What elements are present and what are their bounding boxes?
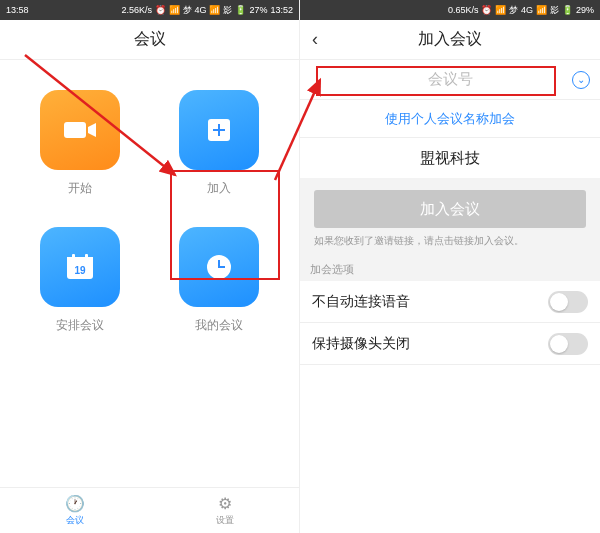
audio-toggle[interactable] — [548, 291, 588, 313]
status-bar: 13:58 2.56K/s ⏰ 📶 梦 4G 📶 影 🔋 27% 13:52 — [0, 0, 299, 20]
svg-rect-0 — [64, 122, 86, 138]
svg-rect-7 — [85, 254, 88, 260]
status-speed: 2.56K/s — [121, 5, 152, 15]
page-title: 加入会议 — [418, 29, 482, 50]
tab-label: 设置 — [216, 514, 234, 527]
my-meetings-tile[interactable]: 我的会议 — [160, 227, 280, 334]
alarm-icon: ⏰ — [155, 5, 166, 15]
display-name: 盟视科技 — [420, 149, 480, 168]
svg-rect-5 — [67, 257, 93, 263]
tile-label: 安排会议 — [56, 317, 104, 334]
signal-icon-2: 📶 — [536, 5, 547, 15]
options-label: 加会选项 — [300, 256, 600, 281]
svg-rect-3 — [213, 129, 225, 131]
status-time: 13:58 — [6, 5, 29, 15]
tile-label: 开始 — [68, 180, 92, 197]
schedule-meeting-tile[interactable]: 19 安排会议 — [20, 227, 140, 334]
gear-icon: ⚙ — [218, 494, 232, 513]
tab-label: 会议 — [66, 514, 84, 527]
clock-icon: 🕐 — [65, 494, 85, 513]
signal-icon: 📶 — [495, 5, 506, 15]
video-toggle[interactable] — [548, 333, 588, 355]
phone-join-meeting: 0.65K/s ⏰ 📶 梦 4G 📶 影 🔋 29% ‹ 加入会议 会议号 ⌄ … — [300, 0, 600, 533]
phone-meetings-home: 13:58 2.56K/s ⏰ 📶 梦 4G 📶 影 🔋 27% 13:52 会… — [0, 0, 300, 533]
video-camera-icon — [40, 90, 120, 170]
plus-icon — [179, 90, 259, 170]
signal-icon-2: 📶 — [209, 5, 220, 15]
page-title: 会议 — [134, 29, 166, 50]
tab-settings[interactable]: ⚙ 设置 — [216, 494, 234, 527]
status-time-2: 13:52 — [270, 5, 293, 15]
join-meeting-tile[interactable]: 加入 — [160, 90, 280, 197]
svg-text:19: 19 — [74, 265, 86, 276]
calendar-icon: 19 — [40, 227, 120, 307]
join-section: 加入会议 如果您收到了邀请链接，请点击链接加入会议。 — [300, 178, 600, 256]
status-speed: 0.65K/s — [448, 5, 479, 15]
join-meeting-button[interactable]: 加入会议 — [314, 190, 586, 228]
toggle-label: 不自动连接语音 — [312, 293, 410, 311]
svg-rect-11 — [218, 266, 225, 268]
meeting-id-input[interactable]: 会议号 ⌄ — [300, 60, 600, 100]
svg-rect-6 — [72, 254, 75, 260]
toggle-label: 保持摄像头关闭 — [312, 335, 410, 353]
link-text: 使用个人会议名称加会 — [385, 110, 515, 128]
nav-bar: 会议 — [0, 20, 299, 60]
audio-toggle-row: 不自动连接语音 — [300, 281, 600, 323]
status-extra: 影 — [550, 4, 559, 17]
tab-meetings[interactable]: 🕐 会议 — [65, 494, 85, 527]
alarm-icon: ⏰ — [481, 5, 492, 15]
status-extra: 影 — [223, 4, 232, 17]
battery-icon: 🔋 — [562, 5, 573, 15]
nav-bar: ‹ 加入会议 — [300, 20, 600, 60]
invite-hint: 如果您收到了邀请链接，请点击链接加入会议。 — [314, 234, 586, 248]
signal-icon: 📶 — [169, 5, 180, 15]
status-net: 梦 4G — [183, 4, 207, 17]
use-personal-name-link[interactable]: 使用个人会议名称加会 — [300, 100, 600, 138]
tab-bar: 🕐 会议 ⚙ 设置 — [0, 487, 299, 533]
status-battery: 29% — [576, 5, 594, 15]
battery-icon: 🔋 — [235, 5, 246, 15]
input-placeholder: 会议号 — [428, 70, 473, 89]
back-button[interactable]: ‹ — [312, 29, 318, 50]
status-net: 梦 4G — [509, 4, 533, 17]
tile-label: 我的会议 — [195, 317, 243, 334]
button-label: 加入会议 — [420, 200, 480, 219]
status-bar: 0.65K/s ⏰ 📶 梦 4G 📶 影 🔋 29% — [300, 0, 600, 20]
status-battery: 27% — [249, 5, 267, 15]
clock-icon — [179, 227, 259, 307]
start-meeting-tile[interactable]: 开始 — [20, 90, 140, 197]
video-toggle-row: 保持摄像头关闭 — [300, 323, 600, 365]
tile-label: 加入 — [207, 180, 231, 197]
chevron-down-icon[interactable]: ⌄ — [572, 71, 590, 89]
display-name-row[interactable]: 盟视科技 — [300, 138, 600, 178]
